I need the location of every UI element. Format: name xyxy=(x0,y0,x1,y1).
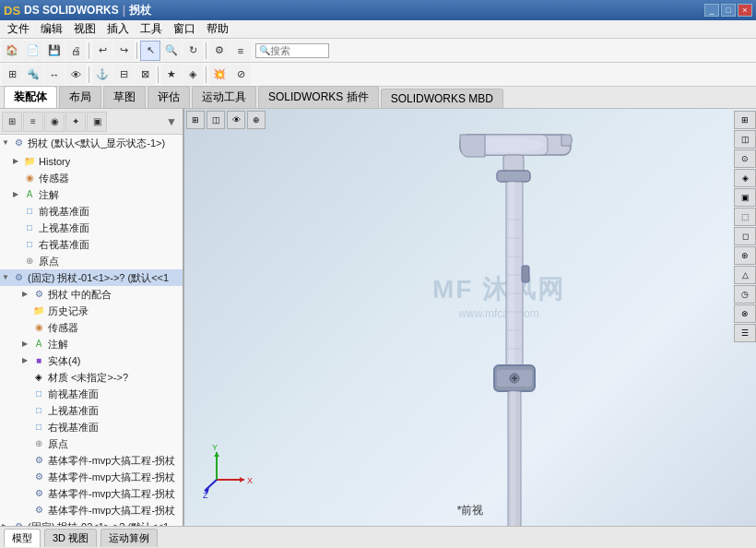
save-button[interactable]: 💾 xyxy=(44,41,65,61)
tree-item-sensor01[interactable]: ◉ 传感器 xyxy=(0,319,183,336)
viewport[interactable]: ⊞ ◫ 👁 ⊕ MF 沐风网 www.mfcad.com xyxy=(184,109,756,526)
linear-pattern[interactable]: ⊟ xyxy=(113,65,134,85)
tree-item-fplane01[interactable]: □ 前视基准面 xyxy=(0,386,183,402)
vp-btn9[interactable]: △ xyxy=(734,266,756,284)
tree-item-sensor[interactable]: ◉ 传感器 xyxy=(0,170,183,186)
tree-item-comp01[interactable]: ▼ ⚙ (固定) 拐杖-01<1>->? (默认<<1 xyxy=(0,269,183,286)
assembly-features[interactable]: ★ xyxy=(161,65,182,85)
vp-btn10[interactable]: ◷ xyxy=(734,285,756,304)
fm-feature-tree[interactable]: ⊞ xyxy=(2,112,22,132)
tab-sw-mbd[interactable]: SOLIDWORKS MBD xyxy=(381,89,503,108)
tree-item-right-plane[interactable]: □ 右视基准面 xyxy=(0,236,183,253)
tree-item-feat1[interactable]: ⚙ 基体零件-mvp大搞工程-拐杖 xyxy=(0,452,183,469)
menu-view[interactable]: 视图 xyxy=(68,19,101,39)
tree-item-feat3[interactable]: ⚙ 基体零件-mvp大搞工程-拐杖 xyxy=(0,485,183,502)
tree-item-tplane01[interactable]: □ 上视基准面 xyxy=(0,402,183,419)
vp-btn8[interactable]: ⊛ xyxy=(734,246,756,265)
tree-root[interactable]: ▼ ⚙ 拐杖 (默认<默认_显示状态-1>) xyxy=(0,135,183,151)
select-button[interactable]: ↖ xyxy=(140,41,160,61)
move-button[interactable]: ↔ xyxy=(44,65,65,85)
tree-item-top-plane[interactable]: □ 上视基准面 xyxy=(0,220,183,236)
close-button[interactable]: × xyxy=(738,4,752,17)
redo-button[interactable]: ↪ xyxy=(113,41,134,61)
arrow: ▶ xyxy=(22,353,31,368)
undo-button[interactable]: ↩ xyxy=(92,41,112,61)
sep3 xyxy=(206,42,207,59)
status-tab-motion[interactable]: 运动算例 xyxy=(100,529,158,547)
arrow: ▶ xyxy=(2,519,11,526)
sep6 xyxy=(206,66,207,83)
section-view[interactable]: ⊘ xyxy=(230,65,251,85)
tab-motion[interactable]: 运动工具 xyxy=(192,86,256,108)
plane-icon: □ xyxy=(31,420,46,435)
zoom-button[interactable]: 🔍 xyxy=(161,41,182,61)
vp-btn3[interactable]: ⊙ xyxy=(734,149,756,168)
shading-button[interactable]: ◫ xyxy=(207,111,225,129)
tab-assembly[interactable]: 装配体 xyxy=(4,86,57,108)
maximize-button[interactable]: □ xyxy=(721,4,736,17)
vp-btn12[interactable]: ☰ xyxy=(734,324,756,342)
fm-display[interactable]: ✦ xyxy=(65,112,86,132)
assemble-button[interactable]: ⊞ xyxy=(2,65,22,85)
options2-button[interactable]: ≡ xyxy=(230,41,251,61)
tree-item-mate01[interactable]: ▶ ⚙ 拐杖 中的配合 xyxy=(0,286,183,303)
view-orient-button[interactable]: ⊞ xyxy=(186,111,205,129)
search-input[interactable] xyxy=(270,45,325,56)
options-button[interactable]: ⚙ xyxy=(209,41,230,61)
tree-item-origin[interactable]: ⊕ 原点 xyxy=(0,253,183,269)
tree-item-material01[interactable]: ◈ 材质 <未指定>->? xyxy=(0,369,183,386)
rotate-button[interactable]: ↻ xyxy=(183,41,203,61)
tree-item-annot[interactable]: ▶ A 注解 xyxy=(0,186,183,203)
vp-btn2[interactable]: ◫ xyxy=(734,130,756,149)
menu-tools[interactable]: 工具 xyxy=(135,19,168,39)
hide-show-button[interactable]: 👁 xyxy=(227,111,245,129)
mirror-button[interactable]: ⊠ xyxy=(135,65,155,85)
tab-layout[interactable]: 布局 xyxy=(59,86,101,108)
tree-item-orig01[interactable]: ⊕ 原点 xyxy=(0,435,183,452)
tree-item-annot01[interactable]: ▶ A 注解 xyxy=(0,336,183,352)
tree-item-comp02[interactable]: ▶ ⚙ (固定) 拐杖-02<1>->? (默认<<1 xyxy=(0,518,183,526)
tree-item-history[interactable]: ▶ 📁 History xyxy=(0,153,183,170)
tree-item-rplane01[interactable]: □ 右视基准面 xyxy=(0,419,183,435)
main-area: ⊞ ≡ ◉ ✦ ▣ ▼ ▼ ⚙ 拐杖 (默认<默认_显示状态-1>) ▶ 📁 H… xyxy=(0,109,756,526)
tree-item-feat2[interactable]: ⚙ 基体零件-mvp大搞工程-拐杖 xyxy=(0,469,183,485)
mate-button[interactable]: ⚓ xyxy=(92,65,112,85)
fm-config[interactable]: ◉ xyxy=(44,112,65,132)
origin-icon: ⊕ xyxy=(31,436,46,451)
filter-button[interactable]: ⊕ xyxy=(247,111,266,129)
vp-btn11[interactable]: ⊗ xyxy=(734,304,756,323)
vp-btn4[interactable]: ◈ xyxy=(734,169,756,187)
status-tab-model[interactable]: 模型 xyxy=(4,529,41,547)
menu-window[interactable]: 窗口 xyxy=(168,19,201,39)
menu-help[interactable]: 帮助 xyxy=(201,19,234,39)
tab-sw-plugins[interactable]: SOLIDWORKS 插件 xyxy=(258,86,379,108)
tree-item-front-plane[interactable]: □ 前视基准面 xyxy=(0,203,183,220)
label: 历史记录 xyxy=(48,304,89,318)
solidworks-logo: DS xyxy=(4,4,20,18)
svg-rect-6 xyxy=(509,182,514,366)
print-button[interactable]: 🖨 xyxy=(65,41,86,61)
minimize-button[interactable]: _ xyxy=(704,4,719,17)
menu-edit[interactable]: 编辑 xyxy=(35,19,68,39)
new-button[interactable]: 🏠 xyxy=(2,41,22,61)
vp-btn6[interactable]: ⬚ xyxy=(734,208,756,226)
show-hide[interactable]: 👁 xyxy=(65,65,86,85)
svg-rect-26 xyxy=(522,266,529,282)
vp-btn1[interactable]: ⊞ xyxy=(734,111,756,129)
fm-property[interactable]: ≡ xyxy=(23,112,43,132)
vp-btn5[interactable]: ▣ xyxy=(734,188,756,207)
smart-fasteners[interactable]: 🔩 xyxy=(23,65,43,85)
open-button[interactable]: 📄 xyxy=(23,41,43,61)
menu-file[interactable]: 文件 xyxy=(2,19,35,39)
vp-btn7[interactable]: ◻ xyxy=(734,227,756,245)
tab-evaluate[interactable]: 评估 xyxy=(148,86,190,108)
tree-item-solid01[interactable]: ▶ ■ 实体(4) xyxy=(0,352,183,369)
tab-sketch[interactable]: 草图 xyxy=(103,86,146,108)
reference-geom[interactable]: ◈ xyxy=(183,65,203,85)
exploded-view[interactable]: 💥 xyxy=(209,65,230,85)
tree-item-feat4[interactable]: ⚙ 基体零件-mvp大搞工程-拐杖 xyxy=(0,502,183,518)
status-tab-3d[interactable]: 3D 视图 xyxy=(44,529,97,547)
tree-item-hist01[interactable]: 📁 历史记录 xyxy=(0,303,183,319)
fm-custom[interactable]: ▣ xyxy=(87,112,107,132)
menu-insert[interactable]: 插入 xyxy=(101,19,135,39)
